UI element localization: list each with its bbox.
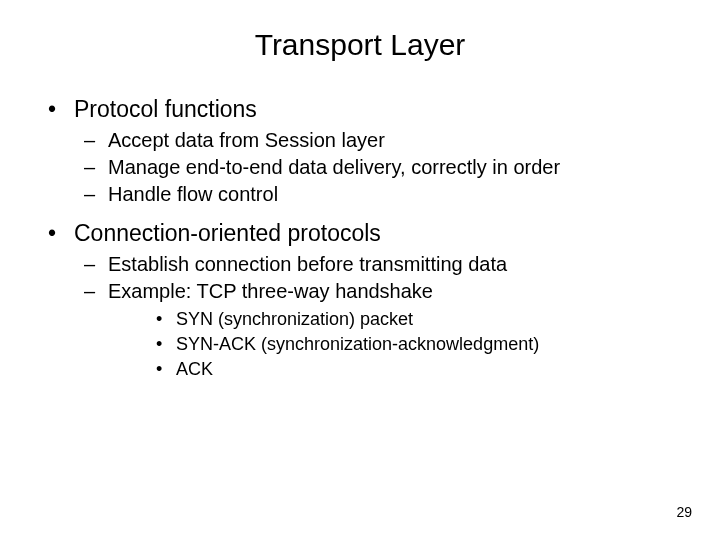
slide-title: Transport Layer	[48, 28, 672, 62]
list-item: Handle flow control	[48, 181, 672, 208]
list-item: Example: TCP three-way handshake SYN (sy…	[48, 278, 672, 383]
bullet-text: Protocol functions	[48, 94, 672, 125]
bullet-text: Accept data from Session layer	[84, 127, 672, 154]
bullet-text: Establish connection before transmitting…	[84, 251, 672, 278]
list-item: Protocol functions Accept data from Sess…	[48, 94, 672, 208]
bullet-text: Handle flow control	[84, 181, 672, 208]
bullet-list: Protocol functions Accept data from Sess…	[48, 94, 672, 383]
bullet-text: SYN-ACK (synchronization-acknowledgment)	[156, 332, 672, 357]
bullet-text: Connection-oriented protocols	[48, 218, 672, 249]
list-item: ACK	[84, 357, 672, 382]
bullet-list: SYN (synchronization) packet SYN-ACK (sy…	[84, 307, 672, 383]
bullet-text: Example: TCP three-way handshake	[84, 278, 672, 305]
bullet-list: Establish connection before transmitting…	[48, 251, 672, 383]
list-item: Manage end-to-end data delivery, correct…	[48, 154, 672, 181]
page-number: 29	[676, 504, 692, 520]
bullet-text: Manage end-to-end data delivery, correct…	[84, 154, 672, 181]
slide: Transport Layer Protocol functions Accep…	[0, 0, 720, 540]
list-item: SYN-ACK (synchronization-acknowledgment)	[84, 332, 672, 357]
list-item: Accept data from Session layer	[48, 127, 672, 154]
list-item: Connection-oriented protocols Establish …	[48, 218, 672, 383]
bullet-text: SYN (synchronization) packet	[156, 307, 672, 332]
bullet-list: Accept data from Session layer Manage en…	[48, 127, 672, 208]
bullet-text: ACK	[156, 357, 672, 382]
list-item: Establish connection before transmitting…	[48, 251, 672, 278]
list-item: SYN (synchronization) packet	[84, 307, 672, 332]
